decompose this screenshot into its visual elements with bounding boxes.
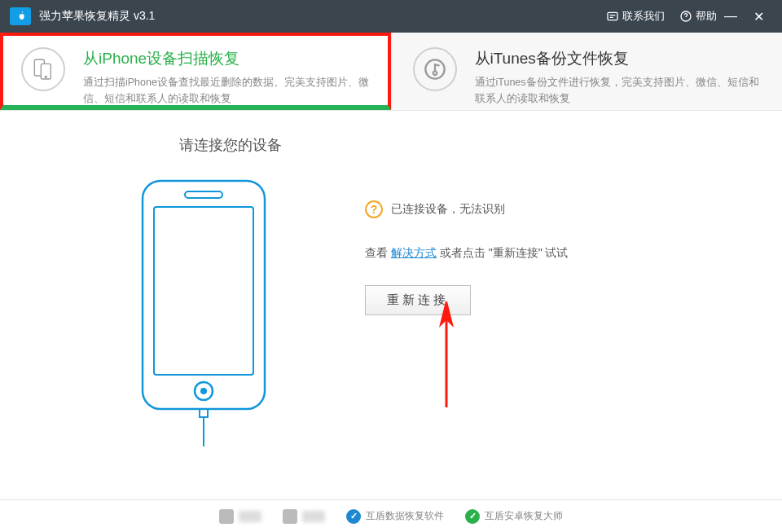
connect-heading: 请连接您的设备 — [179, 135, 733, 155]
connection-status: ? 已连接设备，无法识别 — [365, 200, 733, 218]
footer: ✓ 互盾数据恢复软件 ✓ 互盾安卓恢复大师 — [0, 499, 782, 532]
device-illustration — [49, 171, 358, 446]
help-label: 帮助 — [696, 9, 717, 24]
footer-link-3[interactable]: ✓ 互盾数据恢复软件 — [346, 509, 444, 524]
footer-label-2 — [302, 511, 325, 522]
shield-green-icon: ✓ — [465, 509, 480, 524]
app-title: 强力苹果恢复精灵 v3.1 — [39, 9, 155, 24]
shield-blue-icon: ✓ — [346, 509, 361, 524]
tab-itunes-backup[interactable]: 从iTunes备份文件恢复 通过iTunes备份文件进行恢复，完美支持图片、微信… — [391, 33, 783, 110]
help-button[interactable]: 帮助 — [679, 9, 717, 24]
footer-label-1 — [239, 511, 261, 522]
tab-itunes-title: 从iTunes备份文件恢复 — [475, 48, 762, 69]
svg-rect-8 — [185, 191, 222, 198]
main-content: 请连接您的设备 ? 已连接设备，无法识别 — [0, 111, 782, 499]
music-note-icon — [413, 47, 457, 91]
footer-label-4: 互盾安卓恢复大师 — [485, 509, 563, 523]
tab-iphone-title: 从iPhone设备扫描恢复 — [83, 48, 370, 69]
footer-link-1[interactable] — [219, 509, 261, 524]
reconnect-button[interactable]: 重新连接 — [365, 285, 471, 315]
app-logo-icon — [10, 7, 31, 25]
status-text: 已连接设备，无法识别 — [391, 202, 505, 217]
question-icon: ? — [365, 200, 383, 218]
svg-rect-0 — [608, 12, 617, 20]
footer-link-4[interactable]: ✓ 互盾安卓恢复大师 — [465, 509, 563, 524]
solution-link[interactable]: 解决方式 — [391, 246, 437, 259]
svg-point-10 — [200, 388, 207, 394]
avatar-icon — [283, 509, 297, 524]
annotation-arrow-icon — [430, 301, 463, 415]
footer-label-3: 互盾数据恢复软件 — [366, 509, 444, 523]
svg-rect-11 — [200, 409, 208, 417]
contact-label: 联系我们 — [622, 9, 665, 24]
titlebar: 强力苹果恢复精灵 v3.1 联系我们 帮助 — ✕ — [0, 0, 782, 33]
phone-devices-icon — [21, 47, 65, 91]
hint-prefix: 查看 — [365, 246, 391, 259]
close-button[interactable]: ✕ — [745, 9, 772, 24]
avatar-icon — [219, 509, 234, 524]
hint-line: 查看 解决方式 或者点击 "重新连接" 试试 — [365, 246, 733, 261]
svg-rect-7 — [154, 207, 253, 375]
svg-point-4 — [45, 76, 46, 77]
mode-tabs: 从iPhone设备扫描恢复 通过扫描iPhone设备查找最近删除的数据。完美支持… — [0, 33, 782, 111]
tab-iphone-scan[interactable]: 从iPhone设备扫描恢复 通过扫描iPhone设备查找最近删除的数据。完美支持… — [0, 33, 391, 110]
contact-us-button[interactable]: 联系我们 — [606, 9, 665, 24]
minimize-button[interactable]: — — [717, 9, 745, 24]
hint-suffix: 或者点击 "重新连接" 试试 — [437, 246, 569, 259]
footer-link-2[interactable] — [283, 509, 325, 524]
tab-itunes-desc: 通过iTunes备份文件进行恢复，完美支持图片、微信、短信和联系人的读取和恢复 — [475, 74, 762, 107]
tab-iphone-desc: 通过扫描iPhone设备查找最近删除的数据。完美支持图片、微信、短信和联系人的读… — [83, 74, 370, 107]
